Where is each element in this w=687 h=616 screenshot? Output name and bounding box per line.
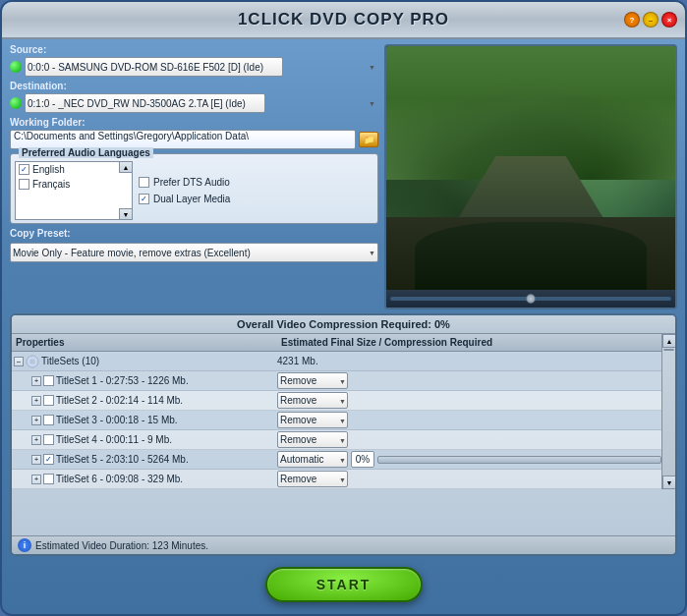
expand-6[interactable]: + bbox=[31, 475, 41, 484]
table-row: + TitleSet 2 - 0:02:14 - 114 Mb. Remove bbox=[12, 391, 661, 411]
title-bar: 1CLICK DVD COPY PRO ? – × bbox=[2, 2, 685, 39]
row-label-3: TitleSet 3 - 0:00:18 - 15 Mb. bbox=[56, 415, 178, 425]
row-props-1: + TitleSet 1 - 0:27:53 - 1226 Mb. bbox=[12, 375, 277, 386]
scroll-down-arrow[interactable]: ▼ bbox=[662, 476, 675, 489]
row-dropdown-1[interactable]: Remove bbox=[277, 372, 348, 389]
expand-2[interactable]: + bbox=[31, 396, 41, 406]
row-dropdown-wrapper-2: Remove bbox=[277, 392, 348, 409]
checkbox-1[interactable] bbox=[43, 375, 54, 386]
working-folder-row: C:\Documents and Settings\Gregory\Applic… bbox=[10, 130, 378, 149]
row-size-3: Remove bbox=[277, 412, 661, 428]
scroll-up-arrow[interactable]: ▲ bbox=[662, 334, 675, 348]
preview-slider-thumb[interactable] bbox=[526, 294, 536, 304]
row-dropdown-5[interactable]: Automatic bbox=[277, 451, 348, 468]
working-folder-group: Working Folder: C:\Documents and Setting… bbox=[10, 117, 378, 149]
copy-preset-dropdown[interactable]: Movie Only - Feature movie, remove extra… bbox=[10, 243, 378, 262]
row-size-5: Automatic 0% bbox=[277, 451, 661, 468]
titlesets-props: – TitleSets (10) bbox=[12, 355, 277, 368]
english-checkbox[interactable]: ✓ bbox=[19, 164, 29, 175]
expand-1[interactable]: + bbox=[31, 376, 41, 386]
row-props-4: + TitleSet 4 - 0:00:11 - 9 Mb. bbox=[12, 434, 277, 445]
row-dropdown-wrapper-4: Remove bbox=[277, 431, 348, 448]
col-properties: Properties bbox=[12, 336, 277, 349]
titlesets-expand[interactable]: – bbox=[14, 357, 24, 366]
bottom-section: Overall Video Compression Required: 0% P… bbox=[10, 313, 677, 556]
audio-inner: ✓ English Français ▲ ▼ bbox=[15, 161, 373, 220]
audio-languages-box: Preferred Audio Languages ✓ English bbox=[10, 153, 378, 224]
destination-dropdown-wrapper: 0:1:0 - _NEC DVD_RW ND-3500AG 2.TA [E] (… bbox=[25, 93, 378, 113]
table-with-scroll: Properties Estimated Final Size / Compre… bbox=[12, 334, 675, 489]
title-controls: ? – × bbox=[624, 12, 677, 28]
row-dropdown-6[interactable]: Remove bbox=[277, 471, 348, 487]
compression-text: Overall Video Compression Required: 0% bbox=[237, 318, 450, 330]
app-title: 1CLICK DVD COPY PRO bbox=[238, 10, 449, 29]
row-label-1: TitleSet 1 - 0:27:53 - 1226 Mb. bbox=[56, 375, 189, 386]
col-size: Estimated Final Size / Compression Requi… bbox=[277, 336, 496, 349]
compression-bar: Overall Video Compression Required: 0% bbox=[12, 315, 675, 334]
working-folder-label: Working Folder: bbox=[10, 117, 378, 128]
working-folder-input[interactable]: C:\Documents and Settings\Gregory\Applic… bbox=[10, 130, 356, 149]
help-button[interactable]: ? bbox=[624, 12, 640, 28]
dual-layer-checkbox[interactable]: ✓ bbox=[139, 194, 149, 204]
checkbox-5[interactable]: ✓ bbox=[43, 454, 54, 465]
preview-slider[interactable] bbox=[390, 297, 671, 301]
lang-scroll-up[interactable]: ▲ bbox=[119, 161, 133, 173]
checkbox-6[interactable] bbox=[43, 474, 54, 484]
app-window: 1CLICK DVD COPY PRO ? – × Source: 0:0:0 … bbox=[0, 0, 687, 616]
copy-preset-wrapper: Movie Only - Feature movie, remove extra… bbox=[10, 243, 378, 262]
table-container: Properties Estimated Final Size / Compre… bbox=[12, 334, 675, 535]
expand-4[interactable]: + bbox=[31, 435, 41, 445]
row-dropdown-wrapper-5: Automatic bbox=[277, 451, 348, 468]
prefer-dts-checkbox[interactable] bbox=[139, 177, 149, 188]
source-dropdown[interactable]: 0:0:0 - SAMSUNG DVD-ROM SD-616E F502 [D]… bbox=[25, 57, 283, 77]
table-body: – TitleSets (10) bbox=[12, 352, 661, 489]
table-inner: Properties Estimated Final Size / Compre… bbox=[12, 334, 661, 489]
destination-status-dot bbox=[10, 97, 22, 109]
dvd-icon bbox=[26, 355, 39, 368]
folder-browse-button[interactable]: 📁 bbox=[359, 132, 378, 147]
language-list-container: ✓ English Français ▲ ▼ bbox=[15, 161, 133, 220]
close-button[interactable]: × bbox=[661, 12, 677, 28]
row-size-1: Remove bbox=[277, 372, 661, 389]
titlesets-label: TitleSets (10) bbox=[41, 356, 99, 366]
preview-controls bbox=[386, 290, 675, 308]
vertical-scrollbar: ▲ ▼ bbox=[661, 334, 675, 489]
start-button[interactable]: START bbox=[265, 567, 423, 602]
scroll-thumb[interactable] bbox=[663, 349, 674, 351]
row-dropdown-2[interactable]: Remove bbox=[277, 392, 348, 409]
row-label-5: TitleSet 5 - 2:03:10 - 5264 Mb. bbox=[56, 454, 189, 465]
destination-group: Destination: 0:1:0 - _NEC DVD_RW ND-3500… bbox=[10, 81, 378, 113]
checkbox-3[interactable] bbox=[43, 415, 54, 425]
table-row: + TitleSet 6 - 0:09:08 - 329 Mb. Remove bbox=[12, 470, 661, 489]
row-size-2: Remove bbox=[277, 392, 661, 409]
source-dropdown-wrapper: 0:0:0 - SAMSUNG DVD-ROM SD-616E F502 [D]… bbox=[25, 57, 378, 77]
language-item-english: ✓ English bbox=[16, 162, 118, 177]
expand-5[interactable]: + bbox=[31, 455, 41, 465]
prefer-dts-row: Prefer DTS Audio bbox=[139, 177, 230, 188]
language-list: ✓ English Français bbox=[15, 161, 133, 220]
destination-row: 0:1:0 - _NEC DVD_RW ND-3500AG 2.TA [E] (… bbox=[10, 93, 378, 113]
start-area: START bbox=[10, 560, 677, 609]
titlesets-size-value: 4231 Mb. bbox=[277, 356, 318, 366]
table-header: Properties Estimated Final Size / Compre… bbox=[12, 334, 661, 352]
minimize-button[interactable]: – bbox=[643, 12, 658, 28]
checkbox-2[interactable] bbox=[43, 395, 54, 406]
checkbox-4[interactable] bbox=[43, 434, 54, 445]
row-dropdown-3[interactable]: Remove bbox=[277, 412, 348, 428]
francais-checkbox[interactable] bbox=[19, 179, 29, 190]
copy-preset-group: Copy Preset: Movie Only - Feature movie,… bbox=[10, 228, 378, 262]
destination-dropdown[interactable]: 0:1:0 - _NEC DVD_RW ND-3500AG 2.TA [E] (… bbox=[25, 93, 265, 113]
source-group: Source: 0:0:0 - SAMSUNG DVD-ROM SD-616E … bbox=[10, 44, 378, 77]
francais-label: Français bbox=[32, 179, 70, 190]
row-props-5: + ✓ TitleSet 5 - 2:03:10 - 5264 Mb. bbox=[12, 454, 277, 465]
lang-scroll-down[interactable]: ▼ bbox=[119, 208, 133, 220]
row-dropdown-4[interactable]: Remove bbox=[277, 431, 348, 448]
row-props-3: + TitleSet 3 - 0:00:18 - 15 Mb. bbox=[12, 415, 277, 425]
table-row: + ✓ TitleSet 5 - 2:03:10 - 5264 Mb. Auto… bbox=[12, 450, 661, 470]
source-label: Source: bbox=[10, 44, 378, 55]
expand-3[interactable]: + bbox=[31, 416, 41, 425]
dual-layer-row: ✓ Dual Layer Media bbox=[139, 194, 230, 204]
language-item-francais: Français bbox=[16, 177, 118, 192]
prefer-dts-label: Prefer DTS Audio bbox=[153, 177, 230, 188]
scroll-track bbox=[662, 348, 675, 476]
